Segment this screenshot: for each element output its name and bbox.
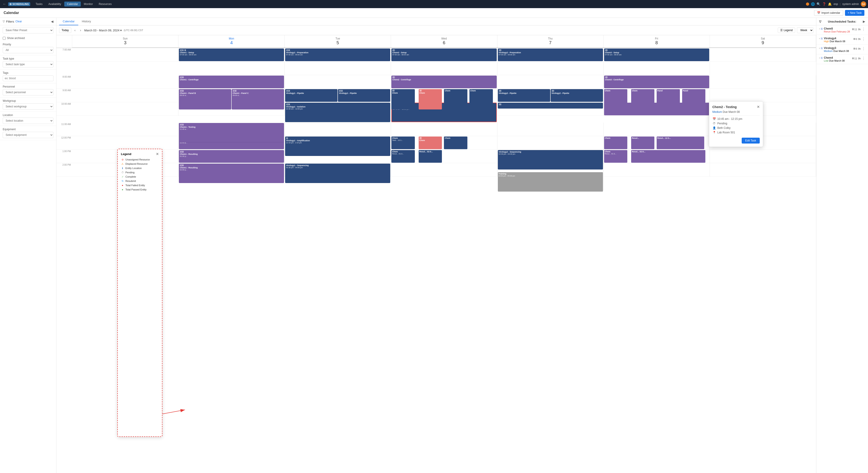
event-chem-fri-1a[interactable]: Chem Resul... 01:3... [604,150,627,163]
slot-tue-11am[interactable] [285,122,391,136]
event-chem-wed-9a[interactable]: ⏱ Chem [391,89,414,110]
slot-sat-8am[interactable] [710,75,816,89]
legend-close-button[interactable]: ✕ [156,152,159,156]
slot-tue-10am[interactable]: ✓ 8 Virology1 - Isolation 10:30 am - 12:… [285,102,391,122]
chem5-more-button[interactable]: ⋮ [862,27,865,31]
event-chem-wed-1b[interactable]: Resul... 02:0... [418,150,442,163]
slot-wed-12pm[interactable]: Chem Testi... 12:1... ⊘ Chem Chem [391,136,497,150]
slot-fri-8am[interactable]: ⏱ Chem3 - Centrifuge [603,75,710,89]
workgroup-select[interactable]: Select workgroup [3,104,54,110]
slot-thu-2pm[interactable]: Training 04:00 pm - 05:30 pm [497,163,603,190]
event-chem-fri-12c[interactable]: Resul... 12:3... [657,137,705,149]
event-chem-wed-12b[interactable]: ⊘ Chem [418,137,442,149]
slot-thu-9am[interactable]: ⏱ Virology2 - Pipette ⏱ Virology2 - Pipe… [497,89,603,102]
slot-sat-7am[interactable] [710,48,816,62]
import-calendar-button[interactable]: 📅 Import calendar [814,10,843,16]
event-chem1-testing[interactable]: ✓ 3 Chem1 - Testing 11:45 a... [179,123,284,142]
popup-close-button[interactable]: ✕ [757,105,760,109]
event-chem-wed-1a[interactable]: Chem Resul... 01:3... [391,150,414,163]
slot-mon-7am[interactable]: ✓ 1 9 Chem1 - Setup 07:00 am - 08:00 am [179,48,285,75]
slot-wed-8am[interactable]: ⏱ Chem2 - Centrifuge [391,75,497,89]
slot-fri-7am[interactable]: ⏱ Chem3 - Setup 07:00 am - 08:00 am [603,48,710,75]
today-button[interactable]: Today [59,28,71,33]
event-virology2-pipette2[interactable]: ⏱ Virology2 - Pipette [551,89,603,102]
slot-tue-2pm[interactable]: Virology1 - Sequencing 02:30 pm - 04:00 … [285,163,391,177]
slot-mon-1pm[interactable]: ✓ 3 Chem1 - Resulting 01:30 p... [179,150,285,163]
event-virology2-prep[interactable]: ⏱ Virology2 - Preparation 07:00 am - 09:… [498,49,603,61]
bell-icon[interactable]: 🔔 [828,2,832,6]
event-virology1-pipette1[interactable]: ✓ 4 Virology1 - Pipette [285,89,337,102]
virology3-more-button[interactable]: ⋮ [862,47,865,51]
slot-fri-2pm[interactable] [603,163,710,177]
prev-week-button[interactable]: ‹ [73,28,77,32]
event-virology1-sequencing[interactable]: Virology1 - Sequencing 02:30 pm - 04:00 … [285,164,390,183]
slot-sat-1pm[interactable] [710,150,816,163]
event-virology1-prep[interactable]: ✓ 8 Virology1 - Preparation 07:00 am - 0… [285,49,390,61]
priority-select[interactable]: All [3,47,54,53]
slot-thu-1pm[interactable]: Virology2 - Sequencing 02:30 pm - 04:00 … [497,150,603,163]
slot-tue-9am[interactable]: ✓ 4 Virology1 - Pipette ✓ 4 Virology1 - … [285,89,391,102]
search-icon[interactable]: 🔍 [816,2,820,6]
event-training[interactable]: Training 04:00 pm - 05:30 pm [498,172,603,191]
event-chem-wed-12c[interactable]: Chem [444,137,467,149]
expand-virology4[interactable]: › [819,37,820,40]
chem4-more-button[interactable]: ⋮ [862,56,865,60]
collapse-right-button[interactable]: ▶ [863,20,865,23]
help-icon[interactable]: ❓ [822,2,826,6]
language-selector[interactable]: esp [834,2,838,6]
event-chem-fri-9b[interactable]: Chem [631,89,654,110]
event-chem3-centrifuge[interactable]: ⏱ Chem3 - Centrifuge [604,76,709,88]
tags-input[interactable] [3,76,54,81]
legend-button[interactable]: ☰ Legend [778,28,795,33]
slot-tue-8am[interactable] [285,75,391,89]
slot-mon-8am[interactable]: ✓ 9 Chem1 - Centrifuge [179,75,285,89]
event-chem3-setup[interactable]: ⏱ Chem3 - Setup 07:00 am - 08:00 am [604,49,709,61]
filter-preset-select[interactable]: Save Filter Preset [3,27,54,33]
slot-thu-8am[interactable] [497,75,603,89]
slot-thu-12pm[interactable] [497,136,603,150]
slot-fri-11am[interactable] [603,122,710,136]
slot-sun-9am[interactable] [72,89,179,102]
nav-tab-calendar[interactable]: Calendar [64,2,81,6]
slot-wed-2pm[interactable] [391,163,497,177]
slot-fri-9am[interactable]: Chem Chem Panel Panel [603,89,710,102]
task-type-select[interactable]: Select task type [3,61,54,67]
slot-mon-9am[interactable]: ✓ 3 Chem1 - Panel B 09:30 a... ✓ 6 Chem1… [179,89,285,102]
show-archived-checkbox[interactable] [3,37,6,40]
slot-sun-12pm[interactable] [72,136,179,150]
event-chem1-panelc[interactable]: ✓ 6 Chem1 - Panel C 09:30 a... [232,89,284,110]
event-chem2-setup[interactable]: ⏱ Chem2 - Setup 07:00 am - 08:00 am [391,49,496,61]
clear-filters-link[interactable]: Clear [16,20,22,23]
slot-mon-2pm[interactable]: ✓ 6 Chem1 - Resulting 02:00 p... [179,163,285,177]
event-virology1-pipette2[interactable]: ✓ 4 Virology1 - Pipette [338,89,390,102]
event-chem3-wed-9c[interactable]: Chem [444,89,467,110]
slot-wed-7am[interactable]: ⏱ Chem2 - Setup 07:00 am - 08:00 am [391,48,497,75]
event-chem-fri-9a[interactable]: Chem [604,89,627,110]
slot-sat-9am[interactable] [710,89,816,102]
slot-mon-11am[interactable]: ✓ 3 Chem1 - Testing 11:45 a... [179,122,285,136]
event-chem1-resulting2[interactable]: ✓ 6 Chem1 - Resulting 02:00 p... [179,164,284,183]
next-week-button[interactable]: › [79,28,83,32]
event-chem-thu-10[interactable]: ⏱ [498,103,603,109]
event-chem2-centrifuge[interactable]: ⏱ Chem2 - Centrifuge [391,76,496,88]
nav-tab-monitor[interactable]: Monitor [81,2,96,6]
event-chem1-panelb[interactable]: ✓ 3 Chem1 - Panel B 09:30 a... [179,89,231,110]
event-chem-fri-1b[interactable]: Resul... 02:0... [631,150,705,163]
date-range[interactable]: March 03 - March 09, 2024 ▾ [84,29,122,32]
tab-history[interactable]: History [78,18,94,25]
slot-sun-8am[interactable] [72,75,179,89]
slot-thu-11am[interactable] [497,122,603,136]
nav-tab-tasks[interactable]: Tasks [33,2,45,6]
slot-sun-11am[interactable] [72,122,179,136]
expand-chem4[interactable]: › [819,57,820,59]
event-chem-fri-12b[interactable]: Resul... [631,137,654,149]
slot-tue-7am[interactable]: ✓ 8 Virology1 - Preparation 07:00 am - 0… [285,48,391,75]
event-virology1-isolation[interactable]: ✓ 8 Virology1 - Isolation 10:30 am - 12:… [285,103,390,122]
slot-sun-7am[interactable] [72,48,179,62]
slot-wed-9am[interactable]: ⏱ Chem ⊘ Chem Chem Chem [391,89,497,102]
tab-calendar[interactable]: Calendar [59,18,78,25]
location-select[interactable]: Select location [3,118,54,124]
globe-icon[interactable]: 🌐 [811,2,815,6]
slot-sat-2pm[interactable] [710,163,816,177]
event-chem-fri-12a[interactable]: Chem [604,137,627,149]
